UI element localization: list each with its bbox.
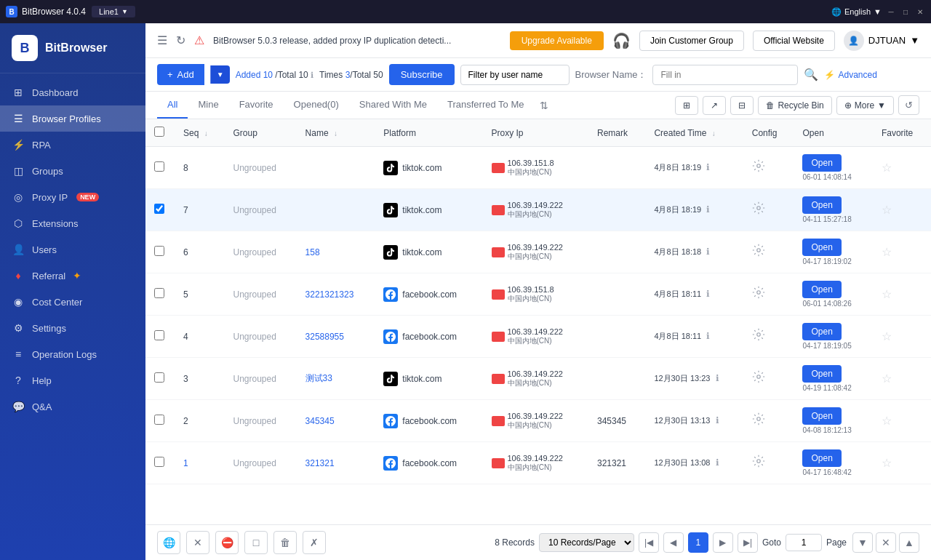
config-button[interactable] xyxy=(752,412,765,429)
close-button[interactable]: ✕ xyxy=(915,7,925,17)
row-checkbox[interactable] xyxy=(154,204,164,214)
recycle-bin-button[interactable]: 🗑 Recycle Bin xyxy=(758,96,831,115)
open-button[interactable]: Open xyxy=(802,239,841,256)
favorite-button[interactable]: ☆ xyxy=(882,329,892,343)
name-link[interactable]: 32588955 xyxy=(305,332,344,342)
sidebar-item-cost-center[interactable]: ◉ Cost Center xyxy=(0,289,145,315)
sidebar-item-referral[interactable]: ♦ Referral ✦ xyxy=(0,263,145,289)
sidebar-toggle-icon[interactable]: ☰ xyxy=(157,33,167,47)
refresh-table-button[interactable]: ↺ xyxy=(898,95,919,115)
tab-mine[interactable]: Mine xyxy=(188,92,228,119)
open-button[interactable]: Open xyxy=(802,365,841,383)
open-button[interactable]: Open xyxy=(802,281,841,298)
row-checkbox[interactable] xyxy=(154,372,164,383)
delete-circle-button[interactable]: ✕ xyxy=(186,531,209,554)
search-button[interactable]: 🔍 xyxy=(804,68,818,81)
tab-shared[interactable]: Shared With Me xyxy=(349,92,437,119)
name-link[interactable]: 321321 xyxy=(305,458,335,468)
config-button[interactable] xyxy=(752,286,765,303)
name-link[interactable]: 测试33 xyxy=(305,373,332,383)
trash-button[interactable]: ✗ xyxy=(303,531,326,554)
config-button[interactable] xyxy=(752,370,765,387)
favorite-button[interactable]: ☆ xyxy=(882,287,892,301)
row-checkbox[interactable] xyxy=(154,246,164,256)
favorite-button[interactable]: ☆ xyxy=(882,456,892,470)
open-button[interactable]: Open xyxy=(802,449,841,467)
favorite-button[interactable]: ☆ xyxy=(882,203,892,217)
sidebar-item-settings[interactable]: ⚙ Settings xyxy=(0,315,145,341)
tab-opened[interactable]: Opened(0) xyxy=(284,92,349,119)
first-page-button[interactable]: |◀ xyxy=(639,532,659,553)
seq-link[interactable]: 1 xyxy=(183,458,188,468)
config-button[interactable] xyxy=(752,244,765,260)
sidebar-item-qna[interactable]: 💬 Q&A xyxy=(0,393,145,420)
sidebar-item-operation-logs[interactable]: ≡ Operation Logs xyxy=(0,341,145,367)
expand-button[interactable]: ✕ xyxy=(876,532,896,553)
fullscreen-button[interactable]: ▲ xyxy=(899,532,919,553)
tab-transferred[interactable]: Transferred To Me xyxy=(437,92,535,119)
row-checkbox[interactable] xyxy=(154,457,164,467)
join-customer-group-button[interactable]: Join Customer Group xyxy=(639,31,744,51)
user-filter-select[interactable]: Filter by user name xyxy=(460,65,570,85)
next-page-button[interactable]: ▶ xyxy=(713,532,733,553)
add-dropdown-button[interactable]: ▼ xyxy=(210,65,230,84)
open-button[interactable]: Open xyxy=(802,323,841,340)
maximize-button[interactable]: □ xyxy=(900,7,911,17)
browser-name-input[interactable] xyxy=(652,65,798,85)
open-button[interactable]: Open xyxy=(802,196,841,214)
config-button[interactable] xyxy=(752,159,765,176)
name-link[interactable]: 158 xyxy=(305,247,320,257)
advanced-filter-button[interactable]: ⚡ Advanced xyxy=(824,70,876,80)
more-button[interactable]: ⊕ More ▼ xyxy=(836,96,894,115)
open-button[interactable]: Open xyxy=(802,154,841,172)
collapse-button[interactable]: ▼ xyxy=(852,532,873,553)
refresh-icon[interactable]: ↻ xyxy=(176,33,185,47)
name-link[interactable]: 345345 xyxy=(305,416,335,426)
config-button[interactable] xyxy=(752,201,765,218)
official-website-button[interactable]: Official Website xyxy=(753,31,835,51)
minimize-button[interactable]: ─ xyxy=(886,7,896,17)
sidebar-item-users[interactable]: 👤 Users xyxy=(0,236,145,263)
favorite-button[interactable]: ☆ xyxy=(882,414,892,428)
delete-button[interactable]: 🗑 xyxy=(273,531,297,554)
upgrade-button[interactable]: Upgrade Available xyxy=(510,31,604,50)
sidebar-item-help[interactable]: ? Help xyxy=(0,367,145,393)
sort-icon[interactable]: ⇅ xyxy=(540,100,548,111)
sidebar-item-browser-profiles[interactable]: ☰ Browser Profiles xyxy=(0,105,145,132)
tab-favorite[interactable]: Favorite xyxy=(229,92,284,119)
name-link[interactable]: 3221321323 xyxy=(305,289,354,300)
list-view-button[interactable]: ⊞ xyxy=(675,96,698,115)
tab-line1[interactable]: Line1 ▼ xyxy=(92,6,135,17)
open-button[interactable]: Open xyxy=(802,407,841,425)
row-checkbox[interactable] xyxy=(154,415,164,425)
tab-all[interactable]: All xyxy=(157,92,188,119)
proxy-action-button[interactable]: 🌐 xyxy=(157,531,180,554)
add-button[interactable]: + Add xyxy=(157,64,204,85)
sidebar-item-rpa[interactable]: ⚡ RPA xyxy=(0,132,145,158)
lang-selector[interactable]: 🌐 English ▼ xyxy=(831,7,882,17)
stop-button[interactable]: ⛔ xyxy=(215,531,239,554)
prev-page-button[interactable]: ◀ xyxy=(663,532,684,553)
sidebar-item-dashboard[interactable]: ⊞ Dashboard xyxy=(0,79,145,105)
share-button[interactable]: ↗ xyxy=(703,96,726,115)
user-menu[interactable]: 👤 DJTUAN ▼ xyxy=(844,31,919,51)
sidebar-item-groups[interactable]: ◫ Groups xyxy=(0,158,145,184)
favorite-button[interactable]: ☆ xyxy=(882,372,892,385)
headset-icon[interactable]: 🎧 xyxy=(612,32,631,49)
config-button[interactable] xyxy=(752,455,765,471)
favorite-button[interactable]: ☆ xyxy=(882,245,892,259)
last-page-button[interactable]: ▶| xyxy=(738,532,758,553)
row-checkbox[interactable] xyxy=(154,161,164,172)
table-view-button[interactable]: ⊟ xyxy=(730,96,754,115)
window-button[interactable]: □ xyxy=(244,531,268,554)
sidebar-item-extensions[interactable]: ⬡ Extensions xyxy=(0,210,145,236)
sidebar-item-proxy-ip[interactable]: ◎ Proxy IP NEW xyxy=(0,184,145,210)
page-size-select[interactable]: 10 Records/Page 20 Records/Page 50 Recor… xyxy=(539,533,634,552)
row-checkbox[interactable] xyxy=(154,288,164,298)
subscribe-button[interactable]: Subscribe xyxy=(389,64,455,85)
goto-input[interactable] xyxy=(786,534,822,551)
config-button[interactable] xyxy=(752,328,765,345)
row-checkbox[interactable] xyxy=(154,330,164,340)
favorite-button[interactable]: ☆ xyxy=(882,161,892,175)
select-all-checkbox[interactable] xyxy=(154,127,164,137)
